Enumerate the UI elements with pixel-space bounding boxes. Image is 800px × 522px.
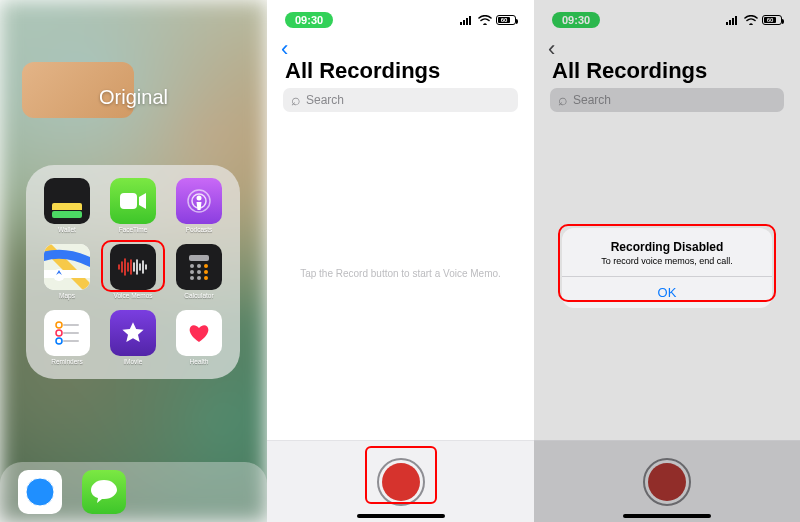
dock [0,462,267,522]
svg-point-20 [197,264,201,268]
svg-point-22 [197,270,201,274]
app-facetime[interactable]: FaceTime [105,178,161,234]
svg-rect-37 [463,20,465,25]
status-right: 60 [460,15,516,25]
app-imovie[interactable]: iMovie [105,310,161,366]
app-label: Wallet [58,226,76,233]
app-label: Podcasts [186,226,213,233]
app-voice-memos[interactable]: Voice Memos [105,244,161,300]
facetime-icon [110,178,156,224]
record-button[interactable] [377,458,425,506]
app-label: iMovie [124,358,143,365]
search-icon: ⌕ [291,91,301,109]
voice-memos-panel: 09:30 60 ‹ All Recordings ⌕ Search Tap t… [267,0,534,522]
svg-rect-0 [120,193,137,209]
app-folder: Wallet FaceTime Podcasts Maps [26,165,240,379]
svg-point-24 [197,276,201,280]
app-label: FaceTime [119,226,148,233]
search-input[interactable]: ⌕ Search [283,88,518,112]
voice-memos-alert-panel: 09:30 60 ‹ All Recordings ⌕ Search Recor… [534,0,800,522]
battery-icon: 60 [496,15,516,25]
health-icon [176,310,222,356]
calculator-icon [176,244,222,290]
svg-point-30 [56,330,62,336]
status-bar: 09:30 60 [267,10,534,30]
record-tray [267,440,534,522]
alert-title: Recording Disabled [572,240,762,254]
svg-point-19 [190,264,194,268]
svg-point-25 [204,264,208,268]
maps-icon [44,244,90,290]
svg-point-28 [56,322,62,328]
alert-dialog: Recording Disabled To record voice memos… [562,228,772,308]
alert-message: To record voice memos, end call. [572,256,762,266]
svg-point-23 [190,276,194,280]
svg-point-21 [190,270,194,274]
home-indicator[interactable] [357,514,445,518]
app-reminders[interactable]: Reminders [39,310,95,366]
svg-point-3 [197,196,202,201]
svg-rect-18 [189,255,209,261]
record-dot-icon [382,463,420,501]
app-label: Maps [59,292,75,299]
svg-rect-36 [460,22,462,25]
app-label: Reminders [51,358,82,365]
home-screen-panel: Original Wallet FaceTime Podcasts Maps [0,0,267,522]
app-calculator[interactable]: Calculator [171,244,227,300]
app-podcasts[interactable]: Podcasts [171,178,227,234]
svg-point-27 [204,276,208,280]
reminders-icon [44,310,90,356]
svg-rect-38 [466,18,468,25]
svg-rect-39 [469,16,471,25]
svg-point-26 [204,270,208,274]
dock-app-2[interactable] [82,470,126,514]
svg-point-32 [56,338,62,344]
app-health[interactable]: Health [171,310,227,366]
imovie-icon [110,310,156,356]
status-time-pill[interactable]: 09:30 [285,12,333,28]
podcasts-icon [176,178,222,224]
app-wallet[interactable]: Wallet [39,178,95,234]
app-label: Voice Memos [113,292,152,299]
app-label: Calculator [184,292,213,299]
app-label: Health [190,358,209,365]
dock-app-1[interactable] [18,470,62,514]
empty-hint: Tap the Record button to start a Voice M… [267,268,534,279]
page-title: All Recordings [285,58,440,84]
search-placeholder: Search [306,93,344,107]
folder-title: Original [0,86,267,109]
voice-memos-icon [110,244,156,290]
wifi-icon [478,15,492,25]
app-maps[interactable]: Maps [39,244,95,300]
cellular-icon [460,15,474,25]
wallet-icon [44,178,90,224]
alert-ok-button[interactable]: OK [562,277,772,308]
